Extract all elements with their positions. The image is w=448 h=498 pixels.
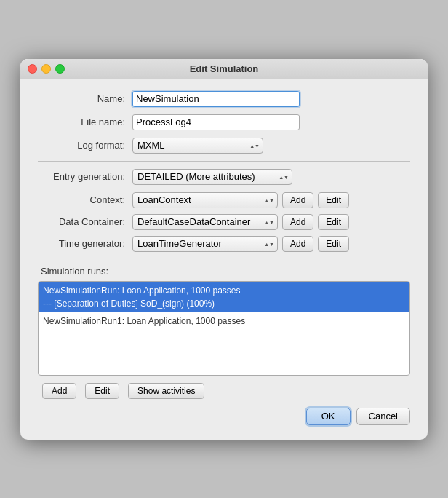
data-container-select[interactable]: DefaultCaseDataContainer xyxy=(132,214,278,230)
context-edit-button[interactable]: Edit xyxy=(318,192,349,208)
entry-generation-row: Entry generation: DETAILED (More attribu… xyxy=(38,169,410,185)
log-format-row: Log format: MXML XES CSV xyxy=(38,138,410,154)
runs-add-button[interactable]: Add xyxy=(42,383,76,399)
simulation-runs-label: Simulation runs: xyxy=(38,266,410,277)
context-wrapper: LoanContext xyxy=(132,192,278,208)
divider-2 xyxy=(38,258,410,258)
run-item[interactable]: NewSimulationRun1: Loan Application, 100… xyxy=(39,312,409,330)
filename-label: File name: xyxy=(38,116,125,127)
context-add-button[interactable]: Add xyxy=(282,192,313,208)
context-row: Context: LoanContext Add Edit xyxy=(38,192,410,208)
log-format-label: Log format: xyxy=(38,140,125,151)
cancel-button[interactable]: Cancel xyxy=(356,408,410,425)
bottom-action-buttons: Add Edit Show activities xyxy=(38,383,410,399)
simulation-runs-list[interactable]: NewSimulationRun: Loan Application, 1000… xyxy=(38,281,410,376)
footer-buttons: OK Cancel xyxy=(38,408,410,428)
traffic-lights xyxy=(28,64,65,74)
context-select[interactable]: LoanContext xyxy=(132,192,278,208)
time-generator-edit-button[interactable]: Edit xyxy=(318,236,349,252)
name-input[interactable] xyxy=(132,91,300,107)
filename-row: File name: xyxy=(38,114,410,130)
show-activities-button[interactable]: Show activities xyxy=(128,383,204,399)
divider-1 xyxy=(38,161,410,162)
time-generator-wrapper: LoanTimeGenerator xyxy=(132,236,278,252)
data-container-edit-button[interactable]: Edit xyxy=(318,214,349,230)
close-button[interactable] xyxy=(28,64,37,74)
data-container-label: Data Container: xyxy=(38,216,125,227)
log-format-wrapper: MXML XES CSV xyxy=(132,138,263,154)
titlebar: Edit Simulation xyxy=(20,59,428,79)
window-title: Edit Simulation xyxy=(190,63,259,74)
time-generator-add-button[interactable]: Add xyxy=(282,236,313,252)
entry-generation-select[interactable]: DETAILED (More attributes) SIMPLE MINIMA… xyxy=(132,169,292,185)
maximize-button[interactable] xyxy=(55,64,65,74)
dialog-content: Name: File name: Log format: MXML XES CS… xyxy=(20,79,428,440)
name-label: Name: xyxy=(38,93,125,104)
name-row: Name: xyxy=(38,91,410,107)
data-container-row: Data Container: DefaultCaseDataContainer… xyxy=(38,214,410,230)
data-container-add-button[interactable]: Add xyxy=(282,214,313,230)
dialog-window: Edit Simulation Name: File name: Log for… xyxy=(20,59,428,440)
time-generator-select[interactable]: LoanTimeGenerator xyxy=(132,236,278,252)
time-generator-row: Time generator: LoanTimeGenerator Add Ed… xyxy=(38,236,410,252)
ok-button[interactable]: OK xyxy=(306,408,351,425)
runs-edit-button[interactable]: Edit xyxy=(85,383,119,399)
time-generator-label: Time generator: xyxy=(38,238,125,249)
context-label: Context: xyxy=(38,194,125,205)
data-container-wrapper: DefaultCaseDataContainer xyxy=(132,214,278,230)
entry-generation-label: Entry generation: xyxy=(38,171,125,182)
filename-input[interactable] xyxy=(132,114,300,130)
entry-generation-wrapper: DETAILED (More attributes) SIMPLE MINIMA… xyxy=(132,169,292,185)
log-format-select[interactable]: MXML XES CSV xyxy=(132,138,263,154)
minimize-button[interactable] xyxy=(41,64,51,74)
run-item[interactable]: NewSimulationRun: Loan Application, 1000… xyxy=(39,282,409,312)
